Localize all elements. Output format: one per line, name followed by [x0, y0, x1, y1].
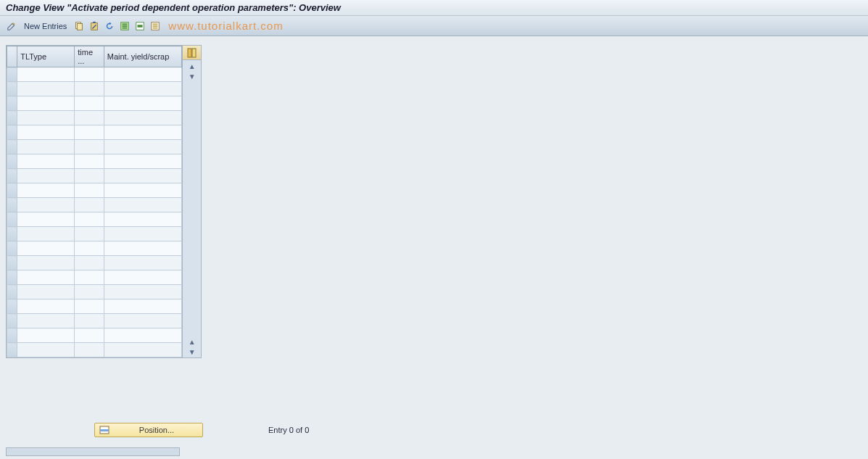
delete-icon[interactable]: [88, 20, 100, 32]
cell-time[interactable]: [75, 343, 104, 357]
copy-icon[interactable]: [73, 20, 85, 32]
cell-maint[interactable]: [104, 299, 181, 314]
row-selector[interactable]: [7, 270, 17, 285]
undo-icon[interactable]: [104, 20, 115, 32]
table-header-tltype[interactable]: TLType: [17, 46, 75, 67]
cell-time[interactable]: [75, 154, 104, 169]
cell-time[interactable]: [75, 67, 104, 82]
cell-maint[interactable]: [104, 154, 181, 169]
row-selector[interactable]: [7, 111, 17, 125]
cell-tltype[interactable]: [17, 241, 75, 256]
table-config-icon[interactable]: [183, 46, 201, 60]
row-selector[interactable]: [7, 343, 17, 357]
cell-time[interactable]: [75, 285, 104, 299]
row-selector[interactable]: [7, 241, 17, 256]
cell-tltype[interactable]: [17, 328, 75, 343]
row-selector[interactable]: [7, 154, 17, 169]
cell-tltype[interactable]: [17, 183, 75, 198]
cell-time[interactable]: [75, 169, 104, 183]
table-header-selector[interactable]: [7, 46, 17, 67]
cell-tltype[interactable]: [17, 256, 75, 270]
cell-maint[interactable]: [104, 314, 181, 328]
scroll-step-down-icon[interactable]: ▼: [183, 70, 201, 82]
table-row[interactable]: [7, 285, 182, 299]
table-row[interactable]: [7, 67, 182, 82]
cell-maint[interactable]: [104, 328, 181, 343]
row-selector[interactable]: [7, 285, 17, 299]
deselect-all-icon[interactable]: [149, 20, 161, 32]
select-block-icon[interactable]: [134, 20, 146, 32]
table-row[interactable]: [7, 111, 182, 125]
row-selector[interactable]: [7, 314, 17, 328]
cell-tltype[interactable]: [17, 82, 75, 96]
cell-maint[interactable]: [104, 285, 181, 299]
cell-tltype[interactable]: [17, 96, 75, 111]
cell-tltype[interactable]: [17, 227, 75, 241]
scroll-down-icon[interactable]: ▼: [183, 346, 201, 357]
horizontal-scrollbar[interactable]: [6, 447, 180, 456]
cell-tltype[interactable]: [17, 270, 75, 285]
select-all-icon[interactable]: [119, 20, 131, 32]
table-header-maint[interactable]: Maint. yield/scrap: [104, 46, 181, 67]
table-row[interactable]: [7, 256, 182, 270]
cell-maint[interactable]: [104, 241, 181, 256]
table-row[interactable]: [7, 82, 182, 96]
table-row[interactable]: [7, 328, 182, 343]
row-selector[interactable]: [7, 183, 17, 198]
cell-time[interactable]: [75, 125, 104, 140]
cell-tltype[interactable]: [17, 299, 75, 314]
table-row[interactable]: [7, 198, 182, 212]
cell-maint[interactable]: [104, 183, 181, 198]
cell-tltype[interactable]: [17, 169, 75, 183]
cell-time[interactable]: [75, 270, 104, 285]
row-selector[interactable]: [7, 96, 17, 111]
cell-time[interactable]: [75, 314, 104, 328]
cell-maint[interactable]: [104, 256, 181, 270]
cell-time[interactable]: [75, 198, 104, 212]
cell-maint[interactable]: [104, 82, 181, 96]
cell-tltype[interactable]: [17, 111, 75, 125]
table-row[interactable]: [7, 227, 182, 241]
table-row[interactable]: [7, 299, 182, 314]
cell-maint[interactable]: [104, 125, 181, 140]
row-selector[interactable]: [7, 82, 17, 96]
table-row[interactable]: [7, 314, 182, 328]
row-selector[interactable]: [7, 67, 17, 82]
table-row[interactable]: [7, 241, 182, 256]
cell-time[interactable]: [75, 227, 104, 241]
position-button[interactable]: Position...: [94, 423, 203, 437]
cell-time[interactable]: [75, 82, 104, 96]
cell-tltype[interactable]: [17, 125, 75, 140]
row-selector[interactable]: [7, 169, 17, 183]
table-row[interactable]: [7, 96, 182, 111]
table-row[interactable]: [7, 154, 182, 169]
cell-tltype[interactable]: [17, 212, 75, 227]
cell-time[interactable]: [75, 256, 104, 270]
cell-maint[interactable]: [104, 140, 181, 154]
cell-maint[interactable]: [104, 96, 181, 111]
table-row[interactable]: [7, 343, 182, 357]
cell-time[interactable]: [75, 111, 104, 125]
row-selector[interactable]: [7, 140, 17, 154]
row-selector[interactable]: [7, 299, 17, 314]
row-selector[interactable]: [7, 198, 17, 212]
cell-maint[interactable]: [104, 111, 181, 125]
cell-maint[interactable]: [104, 212, 181, 227]
cell-time[interactable]: [75, 328, 104, 343]
cell-tltype[interactable]: [17, 67, 75, 82]
cell-time[interactable]: [75, 140, 104, 154]
table-row[interactable]: [7, 125, 182, 140]
row-selector[interactable]: [7, 328, 17, 343]
cell-maint[interactable]: [104, 198, 181, 212]
cell-maint[interactable]: [104, 343, 181, 357]
table-row[interactable]: [7, 183, 182, 198]
cell-tltype[interactable]: [17, 343, 75, 357]
row-selector[interactable]: [7, 212, 17, 227]
cell-time[interactable]: [75, 212, 104, 227]
row-selector[interactable]: [7, 256, 17, 270]
cell-maint[interactable]: [104, 169, 181, 183]
cell-tltype[interactable]: [17, 140, 75, 154]
table-row[interactable]: [7, 169, 182, 183]
cell-maint[interactable]: [104, 67, 181, 82]
vertical-scrollbar[interactable]: ▲ ▼ ▲ ▼: [183, 60, 201, 357]
